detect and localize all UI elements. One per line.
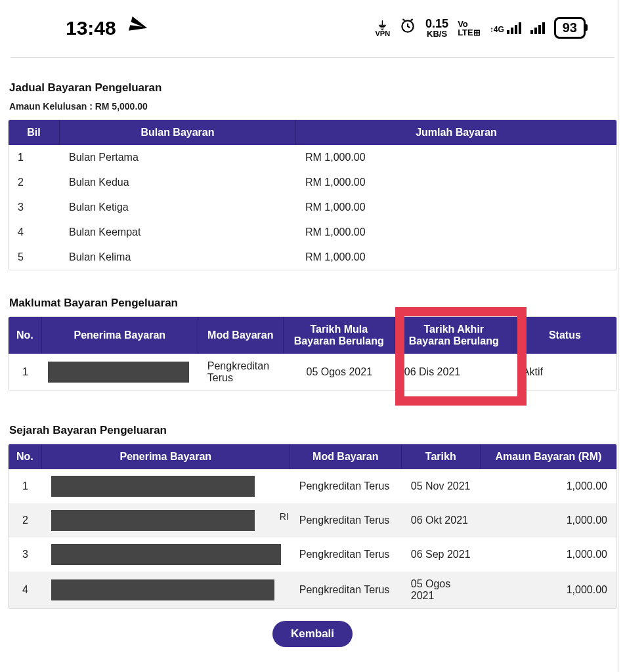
status-bar: 13:48 ⏚ VPN 0.15 KB/S Vo LTE⊞ ↕4G 93 bbox=[0, 0, 625, 52]
info-title: Maklumat Bayaran Pengeluaran bbox=[9, 297, 616, 310]
data-speed: 0.15 KB/S bbox=[425, 18, 448, 38]
header-bulan: Bulan Bayaran bbox=[60, 120, 296, 145]
kembali-button[interactable]: Kembali bbox=[272, 621, 353, 647]
header-no: No. bbox=[9, 444, 42, 469]
history-title: Sejarah Bayaran Pengeluaran bbox=[9, 424, 616, 437]
schedule-title: Jadual Bayaran Pengeluaran bbox=[9, 81, 616, 94]
signal-icon bbox=[530, 22, 545, 34]
table-row: 5Bulan KelimaRM 1,000.00 bbox=[9, 245, 616, 270]
table-row: 1 Pengkreditan Terus 05 Ogos 2021 06 Dis… bbox=[9, 354, 616, 390]
table-row: 2Bulan KeduaRM 1,000.00 bbox=[9, 170, 616, 195]
header-bil: Bil bbox=[9, 120, 60, 145]
info-table: No. Penerima Bayaran Mod Bayaran Tarikh … bbox=[8, 316, 617, 391]
table-row: 4 Pengkreditan Terus 05 Ogos 2021 1,000.… bbox=[9, 572, 616, 608]
divider bbox=[11, 57, 614, 58]
network-indicator: ↕4G bbox=[490, 22, 521, 34]
header-status: Status bbox=[513, 317, 616, 354]
redacted bbox=[48, 362, 189, 383]
table-row: 2 RI Pengkreditan Terus 06 Okt 2021 1,00… bbox=[9, 503, 616, 537]
send-icon bbox=[125, 14, 150, 43]
table-row: 4Bulan KeempatRM 1,000.00 bbox=[9, 220, 616, 245]
schedule-table: Bil Bulan Bayaran Jumlah Bayaran 1Bulan … bbox=[8, 119, 617, 270]
table-row: 1Bulan PertamaRM 1,000.00 bbox=[9, 145, 616, 170]
header-mod: Mod Bayaran bbox=[198, 317, 284, 354]
header-mula: Tarikh Mula Bayaran Berulang bbox=[284, 317, 395, 354]
table-row: 1 Pengkreditan Terus 05 Nov 2021 1,000.0… bbox=[9, 469, 616, 503]
header-no: No. bbox=[9, 317, 42, 354]
history-table: No. Penerima Bayaran Mod Bayaran Tarikh … bbox=[8, 444, 617, 609]
header-akhir: Tarikh Akhir Bayaran Berulang bbox=[395, 317, 513, 354]
approval-amount: Amaun Kelulusan : RM 5,000.00 bbox=[9, 101, 616, 112]
table-row: 3Bulan KetigaRM 1,000.00 bbox=[9, 195, 616, 220]
alarm-icon bbox=[399, 17, 416, 39]
header-penerima: Penerima Bayaran bbox=[42, 444, 290, 469]
redacted bbox=[51, 510, 255, 531]
header-amaun: Amaun Bayaran (RM) bbox=[481, 444, 616, 469]
header-penerima: Penerima Bayaran bbox=[42, 317, 198, 354]
redacted bbox=[51, 476, 255, 497]
status-time: 13:48 bbox=[66, 17, 116, 39]
redacted bbox=[51, 579, 274, 600]
redacted bbox=[51, 544, 281, 565]
header-mod: Mod Bayaran bbox=[290, 444, 402, 469]
volte-indicator: Vo LTE⊞ bbox=[458, 20, 481, 37]
table-row: 3 Pengkreditan Terus 06 Sep 2021 1,000.0… bbox=[9, 537, 616, 572]
vpn-icon: ⏚ VPN bbox=[375, 18, 390, 37]
battery-indicator: 93 bbox=[554, 17, 586, 39]
header-jumlah: Jumlah Bayaran bbox=[296, 120, 616, 145]
header-tarikh: Tarikh bbox=[402, 444, 481, 469]
